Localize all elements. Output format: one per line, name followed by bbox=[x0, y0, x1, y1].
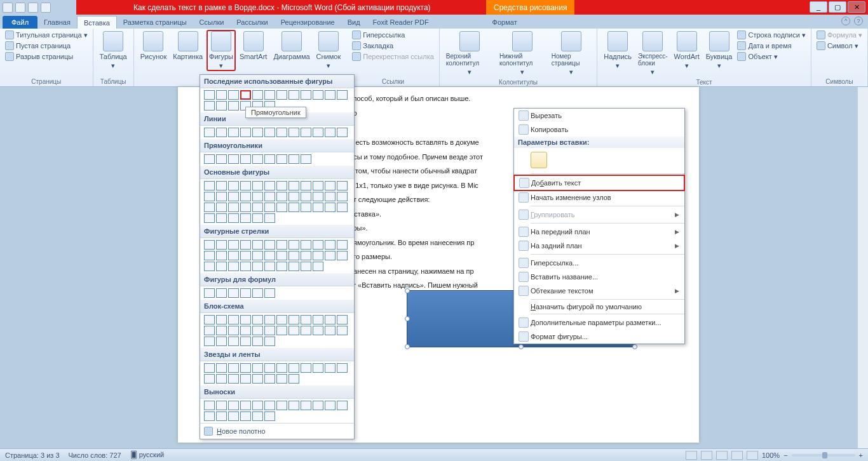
shape-glyph[interactable] bbox=[204, 128, 215, 137]
shape-glyph[interactable] bbox=[240, 337, 251, 346]
shape-glyph[interactable] bbox=[264, 213, 275, 223]
shape-glyph[interactable] bbox=[325, 326, 336, 335]
shape-glyph[interactable] bbox=[204, 363, 215, 373]
help-icon[interactable]: ? bbox=[854, 17, 863, 25]
shape-glyph[interactable] bbox=[276, 363, 287, 373]
undo-icon[interactable] bbox=[28, 3, 38, 13]
shape-glyph[interactable] bbox=[288, 240, 299, 250]
menu-copy[interactable]: Копировать bbox=[514, 123, 684, 137]
shape-glyph[interactable] bbox=[204, 374, 215, 384]
shape-glyph[interactable] bbox=[228, 326, 239, 335]
shape-glyph[interactable] bbox=[276, 326, 287, 335]
status-words[interactable]: Число слов: 727 bbox=[69, 451, 121, 459]
shape-glyph[interactable] bbox=[240, 240, 251, 250]
shape-glyph[interactable] bbox=[264, 262, 275, 271]
shape-glyph[interactable] bbox=[276, 90, 287, 100]
shape-glyph[interactable] bbox=[301, 181, 311, 190]
shape-glyph[interactable] bbox=[264, 401, 275, 410]
view-print-layout[interactable] bbox=[686, 451, 697, 460]
shape-glyph[interactable] bbox=[216, 315, 227, 324]
shape-glyph[interactable] bbox=[264, 240, 275, 250]
shape-glyph[interactable] bbox=[301, 262, 311, 271]
shape-glyph[interactable] bbox=[252, 337, 263, 346]
shape-glyph[interactable] bbox=[288, 154, 299, 164]
tab-mailings[interactable]: Рассылки bbox=[230, 16, 274, 29]
shape-glyph[interactable] bbox=[216, 203, 227, 212]
shape-glyph[interactable] bbox=[288, 315, 299, 324]
shape-glyph[interactable] bbox=[240, 262, 251, 271]
shape-glyph[interactable] bbox=[240, 192, 251, 201]
header-button[interactable]: Верхний колонтитул ▾ bbox=[444, 30, 496, 77]
shape-glyph[interactable] bbox=[240, 213, 251, 223]
tab-format[interactable]: Формат bbox=[486, 16, 524, 29]
shape-glyph[interactable] bbox=[240, 90, 251, 100]
shape-glyph[interactable] bbox=[301, 90, 311, 100]
shape-glyph[interactable] bbox=[276, 262, 287, 271]
shape-glyph[interactable] bbox=[216, 154, 227, 164]
menu-hyperlink[interactable]: Гиперссылка... bbox=[514, 256, 684, 270]
shape-glyph[interactable] bbox=[325, 90, 336, 100]
shape-glyph[interactable] bbox=[325, 251, 336, 260]
shape-glyph[interactable] bbox=[337, 90, 348, 100]
shape-glyph[interactable] bbox=[264, 363, 275, 373]
shape-glyph[interactable] bbox=[252, 411, 263, 421]
tab-review[interactable]: Рецензирование bbox=[275, 16, 341, 29]
view-fullscreen[interactable] bbox=[701, 451, 712, 460]
shape-glyph[interactable] bbox=[301, 315, 311, 324]
menu-add-text[interactable]: Добавить текст bbox=[513, 175, 685, 191]
shape-glyph[interactable] bbox=[325, 128, 336, 137]
paste-picture-icon[interactable] bbox=[531, 152, 547, 168]
menu-paste-option[interactable] bbox=[514, 148, 684, 172]
shape-glyph[interactable] bbox=[288, 251, 299, 260]
footer-button[interactable]: Нижний колонтитул ▾ bbox=[497, 30, 548, 77]
shape-glyph[interactable] bbox=[240, 154, 251, 164]
shape-glyph[interactable] bbox=[240, 128, 251, 137]
signature-button[interactable]: Строка подписи ▾ bbox=[736, 30, 806, 40]
menu-default-shape[interactable]: Назначить фигурой по умолчанию bbox=[514, 301, 684, 312]
view-outline[interactable] bbox=[731, 451, 743, 460]
shape-glyph[interactable] bbox=[337, 326, 348, 335]
shape-glyph[interactable] bbox=[228, 401, 239, 410]
shape-glyph[interactable] bbox=[216, 288, 227, 298]
shape-glyph[interactable] bbox=[252, 128, 263, 137]
wordart-button[interactable]: WordArt ▾ bbox=[672, 30, 702, 71]
object-button[interactable]: Объект ▾ bbox=[736, 51, 806, 62]
table-button[interactable]: Таблица ▾ bbox=[97, 30, 130, 71]
shape-glyph[interactable] bbox=[252, 262, 263, 271]
shape-glyph[interactable] bbox=[204, 154, 215, 164]
shape-glyph[interactable] bbox=[276, 251, 287, 260]
shape-glyph[interactable] bbox=[228, 90, 239, 100]
shape-glyph[interactable] bbox=[216, 337, 227, 346]
shape-glyph[interactable] bbox=[276, 154, 287, 164]
shape-glyph[interactable] bbox=[301, 326, 311, 335]
shape-glyph[interactable] bbox=[204, 315, 215, 324]
menu-text-wrap[interactable]: Обтекание текстом▶ bbox=[514, 284, 684, 298]
save-icon[interactable] bbox=[15, 3, 25, 13]
shape-glyph[interactable] bbox=[252, 181, 263, 190]
shape-glyph[interactable] bbox=[264, 337, 275, 346]
shape-glyph[interactable] bbox=[216, 128, 227, 137]
shape-glyph[interactable] bbox=[301, 154, 311, 164]
shape-glyph[interactable] bbox=[252, 240, 263, 250]
shape-glyph[interactable] bbox=[337, 363, 348, 373]
shape-glyph[interactable] bbox=[288, 128, 299, 137]
shape-glyph[interactable] bbox=[288, 401, 299, 410]
shape-glyph[interactable] bbox=[228, 288, 239, 298]
shape-glyph[interactable] bbox=[337, 251, 348, 260]
shape-glyph[interactable] bbox=[252, 288, 263, 298]
shape-glyph[interactable] bbox=[204, 401, 215, 410]
shape-glyph[interactable] bbox=[228, 101, 239, 110]
title-page-button[interactable]: Титульная страница ▾ bbox=[4, 30, 89, 40]
shape-glyph[interactable] bbox=[228, 203, 239, 212]
shape-glyph[interactable] bbox=[240, 251, 251, 260]
shape-glyph[interactable] bbox=[288, 374, 299, 384]
datetime-button[interactable]: Дата и время bbox=[736, 41, 806, 51]
picture-button[interactable]: Рисунок bbox=[138, 30, 170, 62]
shape-glyph[interactable] bbox=[228, 154, 239, 164]
shape-glyph[interactable] bbox=[288, 363, 299, 373]
tab-insert[interactable]: Вставка bbox=[77, 16, 117, 29]
dropcap-button[interactable]: Буквица ▾ bbox=[703, 30, 735, 71]
shape-glyph[interactable] bbox=[240, 401, 251, 410]
shape-glyph[interactable] bbox=[252, 326, 263, 335]
shape-glyph[interactable] bbox=[301, 192, 311, 201]
